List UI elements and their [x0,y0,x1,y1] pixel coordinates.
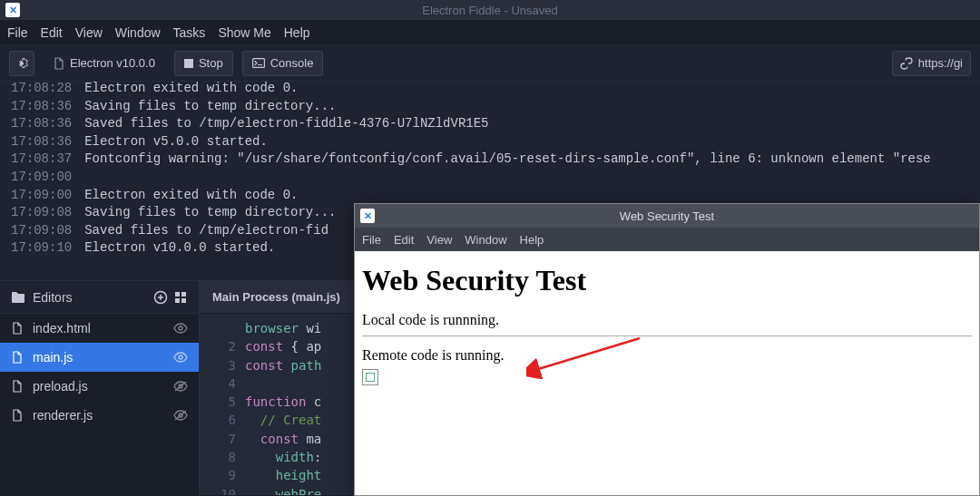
stop-icon [184,59,193,68]
file-icon [11,351,24,364]
menu-file[interactable]: File [7,25,28,40]
child-menu-edit[interactable]: Edit [394,233,414,247]
svg-point-7 [179,326,182,330]
sidebar-title: Editors [33,290,153,305]
menu-window[interactable]: Window [115,25,161,40]
file-name: main.js [33,350,164,365]
console-label: Console [270,56,314,70]
add-icon[interactable] [153,290,168,305]
child-content: Web Security Test Local code is runnning… [355,251,979,495]
console-line: 17:08:36Saved files to /tmp/electron-fid… [11,115,969,133]
console-icon [252,58,265,68]
file-icon [54,57,64,70]
toolbar: Electron v10.0.0 Stop Console https://gi [0,45,980,82]
broken-image-icon [362,369,378,385]
console-line: 17:09:00 [11,169,969,187]
svg-rect-6 [181,298,186,303]
gear-icon [15,56,29,71]
child-menubar: File Edit View Window Help [355,228,979,251]
child-heading: Web Security Test [362,264,972,297]
divider [362,336,972,336]
child-menu-file[interactable]: File [362,233,381,247]
svg-rect-5 [175,298,180,303]
child-window: ✕ Web Security Test File Edit View Windo… [354,203,980,496]
file-name: renderer.js [33,408,164,423]
svg-rect-3 [175,292,180,297]
window-title: Electron Fiddle - Unsaved [422,4,558,17]
child-menu-view[interactable]: View [426,233,452,247]
child-menu-window[interactable]: Window [465,233,506,247]
console-line: 17:08:37Fontconfig warning: "/usr/share/… [11,151,969,169]
sidebar: Editors index.html main.js preload.js [0,281,200,495]
eye-off-icon[interactable] [173,381,188,392]
child-titlebar: ✕ Web Security Test [355,204,979,228]
gist-label: https://gi [918,56,963,70]
svg-rect-4 [181,292,186,297]
eye-icon[interactable] [173,352,188,363]
folder-icon [11,291,25,304]
file-name: index.html [33,321,164,336]
svg-rect-1 [252,59,264,68]
eye-icon[interactable] [173,323,188,334]
console-line: 17:09:00Electron exited with code 0. [11,187,969,205]
link-icon [900,57,913,70]
file-item-index-html[interactable]: index.html [0,314,199,343]
file-name: preload.js [33,379,164,394]
menubar: File Edit View Window Tasks Show Me Help [0,20,980,45]
eye-off-icon[interactable] [173,410,188,421]
stop-button[interactable]: Stop [174,51,233,76]
version-label: Electron v10.0.0 [70,56,155,70]
file-item-renderer-js[interactable]: renderer.js [0,401,199,430]
menu-help[interactable]: Help [284,25,310,40]
gutter: 2345678910 [200,314,245,495]
grid-icon[interactable] [173,290,188,305]
svg-rect-0 [184,59,193,68]
version-button[interactable]: Electron v10.0.0 [44,51,165,76]
child-menu-help[interactable]: Help [520,233,544,247]
child-app-icon: ✕ [360,209,375,223]
gist-button[interactable]: https://gi [892,51,971,76]
console-line: 17:08:36Saving files to temp directory..… [11,98,969,116]
console-line: 17:08:36Electron v5.0.0 started. [11,133,969,151]
file-icon [11,322,24,335]
file-icon [11,380,24,393]
settings-button[interactable] [9,51,34,76]
console-line: 17:08:28Electron exited with code 0. [11,82,969,98]
sidebar-header: Editors [0,281,199,314]
file-item-preload-js[interactable]: preload.js [0,372,199,401]
menu-edit[interactable]: Edit [41,25,63,40]
menu-tasks[interactable]: Tasks [173,25,206,40]
file-icon [11,409,24,422]
child-remote-text: Remote code is running. [362,347,972,364]
file-item-main-js[interactable]: main.js [0,343,199,372]
titlebar: ✕ Electron Fiddle - Unsaved [0,0,980,20]
child-local-text: Local code is runnning. [362,312,972,328]
child-title: Web Security Test [620,209,714,223]
menu-view[interactable]: View [75,25,103,40]
menu-show-me[interactable]: Show Me [218,25,270,40]
console-button[interactable]: Console [242,51,324,76]
svg-point-8 [179,355,182,359]
stop-label: Stop [199,56,223,70]
app-icon: ✕ [5,3,20,17]
